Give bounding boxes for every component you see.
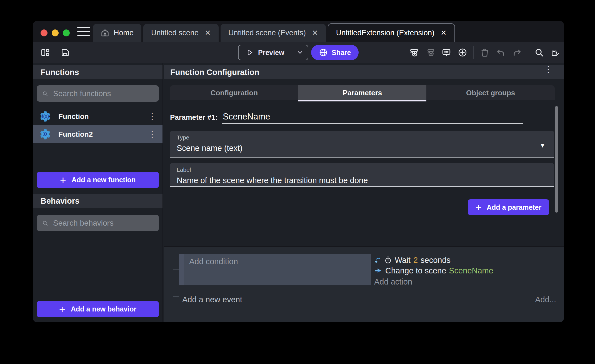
event-handle[interactable] (179, 254, 184, 285)
search-behaviors-box[interactable] (37, 215, 159, 231)
function-list-item[interactable]: f(x) Function ⋮ (33, 108, 162, 125)
tab-parameters[interactable]: Parameters (298, 85, 427, 100)
type-select-field[interactable]: Type Scene name (text) ▼ (170, 131, 554, 158)
undo-icon[interactable] (496, 47, 506, 58)
parameter-name-input[interactable] (222, 112, 523, 124)
behaviors-title: Behaviors (41, 196, 79, 206)
change-scene-icon (374, 266, 382, 275)
search-icon (42, 90, 48, 98)
vertical-scrollbar[interactable] (555, 106, 558, 213)
add-function-button[interactable]: + Add a new function (37, 172, 159, 188)
delete-icon[interactable] (479, 47, 490, 58)
add-event-icon[interactable] (409, 47, 419, 58)
function-configuration-header: Function Configuration (164, 65, 564, 79)
chevron-down-icon (297, 49, 303, 56)
preview-button-group: Preview (238, 45, 308, 60)
add-parameter-button[interactable]: + Add a parameter (468, 199, 549, 215)
app-window: Home Untitled scene ✕ Untitled scene (Ev… (33, 21, 564, 322)
wait-suffix: seconds (421, 256, 451, 265)
add-parameter-label: Add a parameter (487, 203, 541, 211)
main-panel: Function Configuration Configuration Par… (164, 63, 564, 322)
home-icon (101, 29, 109, 37)
functions-panel-header: Functions (33, 65, 162, 79)
tab-untitled-scene-label: Untitled scene (151, 29, 199, 37)
tab-untitled-scene-events-label: Untitled scene (Events) (228, 29, 306, 37)
search-behaviors-input[interactable] (53, 219, 153, 228)
toolbar-separator (528, 46, 528, 59)
tab-configuration[interactable]: Configuration (170, 85, 298, 100)
page-title: Function Configuration (170, 68, 259, 77)
events-sheet: Add condition Wait 2 seconds (164, 246, 564, 322)
redo-icon[interactable] (512, 47, 522, 58)
share-label: Share (332, 49, 351, 57)
add-behavior-label: Add a new behavior (71, 305, 136, 313)
add-comment-icon[interactable] (441, 47, 452, 58)
parameter-row: Parameter #1: (170, 109, 555, 124)
edit-extension-icon[interactable] (550, 47, 561, 58)
function-options-icon[interactable]: ⋮ (148, 112, 156, 121)
tab-close-icon[interactable]: ✕ (310, 29, 318, 37)
search-functions-box[interactable] (37, 85, 159, 102)
function-list-item-selected[interactable]: » Function2 ⋮ (33, 125, 162, 143)
change-scene-prefix: Change to scene (385, 266, 446, 275)
sidebar: Functions f(x) Function ⋮ » Function2 ⋮ … (33, 63, 163, 322)
action-change-scene[interactable]: Change to scene SceneName (374, 265, 557, 276)
add-function-label: Add a new function (72, 176, 136, 184)
conditions-area[interactable]: Add condition (184, 254, 371, 285)
window-close-button[interactable] (41, 29, 48, 36)
window-zoom-button[interactable] (63, 29, 70, 36)
function-name: Function (58, 112, 141, 121)
tab-home-label: Home (114, 29, 134, 37)
add-new-event-button[interactable]: Add a new event (182, 295, 242, 304)
type-field-value: Scene name (text) (177, 144, 548, 153)
event-block: Add condition Wait 2 seconds (179, 254, 557, 285)
behaviors-panel-header: Behaviors (33, 194, 162, 208)
toolbar-separator (473, 46, 474, 59)
parameter-options-icon[interactable]: ⋮ (544, 65, 553, 74)
share-button[interactable]: Share (311, 45, 359, 60)
event-bracket (173, 270, 179, 297)
add-action-label[interactable]: Add action (374, 276, 557, 287)
search-icon[interactable] (534, 47, 544, 58)
tab-untitled-scene-events[interactable]: Untitled scene (Events) ✕ (221, 24, 326, 42)
label-field-label: Label (177, 166, 548, 173)
function-icon: » (39, 128, 52, 141)
add-subevent-icon[interactable] (425, 47, 436, 58)
add-more-button[interactable]: Add... (535, 295, 556, 304)
tab-home[interactable]: Home (93, 24, 141, 42)
preview-label: Preview (258, 49, 284, 57)
menu-icon[interactable] (77, 27, 90, 36)
parameter-prefix-label: Parameter #1: (170, 113, 218, 124)
save-icon[interactable] (60, 47, 71, 58)
tab-close-icon[interactable]: ✕ (439, 29, 447, 37)
tab-close-icon[interactable]: ✕ (203, 29, 211, 37)
add-condition-label: Add condition (189, 257, 238, 266)
window-minimize-button[interactable] (52, 29, 59, 36)
async-icon (374, 256, 381, 264)
preview-dropdown-button[interactable] (292, 45, 308, 60)
preview-button[interactable]: Preview (239, 45, 292, 60)
function-options-icon[interactable]: ⋮ (148, 130, 156, 138)
tab-object-groups[interactable]: Object groups (426, 85, 555, 100)
tab-bar: Home Untitled scene ✕ Untitled scene (Ev… (93, 24, 455, 42)
change-scene-value: SceneName (449, 266, 493, 275)
search-icon (42, 219, 48, 227)
globe-icon (319, 48, 328, 57)
panels-layout-icon[interactable] (40, 47, 51, 58)
add-behavior-button[interactable]: + Add a new behavior (37, 301, 159, 317)
function-name: Function2 (58, 130, 141, 139)
tab-untitled-extension-label: UntitledExtension (Extension) (336, 29, 434, 37)
wait-prefix: Wait (395, 256, 411, 265)
configuration-tabs: Configuration Parameters Object groups (170, 85, 555, 100)
toolbar: Preview Share (33, 42, 564, 63)
label-text-field[interactable]: Label Name of the scene where the transi… (170, 163, 554, 187)
dropdown-caret-icon[interactable]: ▼ (539, 141, 546, 149)
tab-untitled-extension[interactable]: UntitledExtension (Extension) ✕ (328, 23, 455, 42)
functions-title: Functions (41, 68, 79, 77)
add-circle-icon[interactable] (457, 47, 468, 58)
search-functions-input[interactable] (53, 89, 153, 98)
tab-untitled-scene[interactable]: Untitled scene ✕ (143, 24, 219, 42)
wait-value: 2 (413, 256, 418, 265)
action-wait[interactable]: Wait 2 seconds (374, 255, 557, 265)
function-icon: f(x) (39, 110, 52, 123)
